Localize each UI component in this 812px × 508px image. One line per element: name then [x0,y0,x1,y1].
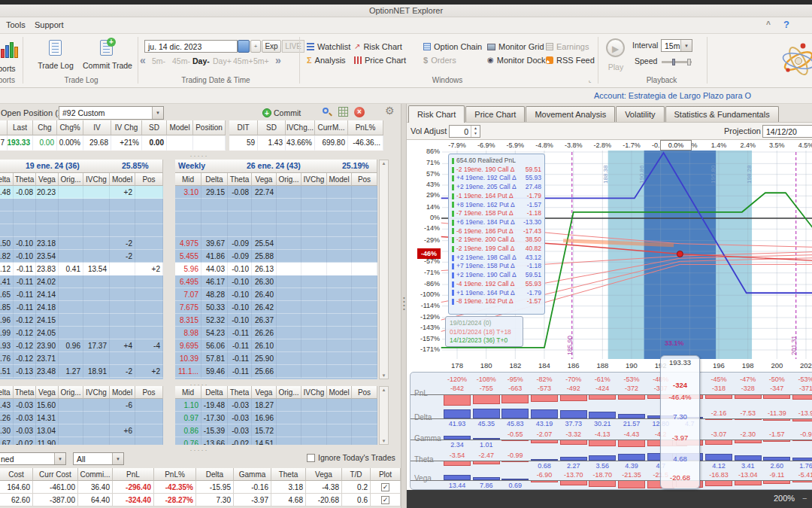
chain-cell[interactable] [301,412,327,424]
chain-cell[interactable] [352,224,377,237]
chain-cell[interactable] [352,263,377,275]
trades-cell[interactable]: 62.60 [0,494,33,506]
chain-cell[interactable]: 1.27 [59,365,83,378]
chain-cell[interactable] [59,437,83,445]
chain-cell[interactable] [352,437,377,445]
panel-splitter[interactable]: •••• [401,104,407,508]
chain-cell[interactable] [59,186,83,199]
chain-cell[interactable]: -0.09 [228,237,252,250]
chain-cell[interactable] [277,237,301,250]
tab-price-chart[interactable]: Price Chart [465,106,525,122]
chain-cell[interactable] [252,224,277,237]
windows-item-analysis[interactable]: ΣAnalysis [307,55,346,65]
chain-cell[interactable]: -0.09 [228,250,252,263]
chain-cell[interactable] [301,365,327,378]
chain-cell[interactable] [201,199,228,211]
chain-cell[interactable]: +2 [135,263,163,275]
chain-cell[interactable]: 5.26 [0,412,14,424]
chain-cell[interactable]: 26.42 [252,301,277,314]
chain-cell-mid[interactable]: 5.455 [175,250,201,263]
chain-cell[interactable] [301,250,327,263]
chain-cell[interactable] [301,424,327,437]
chain-cell[interactable]: 15.72 [252,424,277,437]
chain-cell[interactable] [301,275,327,288]
chain-cell[interactable]: 22.74 [252,186,277,199]
chain-cell[interactable]: 23.83 [36,263,59,275]
trades-cell[interactable]: -15.95 [196,481,234,494]
chain-cell[interactable] [59,275,83,288]
chain-cell[interactable] [0,224,14,237]
chain-cell[interactable]: -0.13 [14,365,36,378]
chain-cell[interactable] [327,288,352,301]
chain-cell[interactable] [301,224,327,237]
chain-cell[interactable] [352,237,377,250]
ignore-trades-checkbox[interactable]: Ignore Today's Trades [307,453,395,462]
chain-cell[interactable]: 20.23 [36,186,59,199]
tab-movement-analysis[interactable]: Movement Analysis [526,106,615,122]
chain-cell-mid[interactable] [175,211,201,224]
chain-cell[interactable]: 39.67 [201,237,228,250]
chain-cell[interactable]: 0.96 [59,339,83,352]
chain-cell[interactable] [36,224,59,237]
chain-cell[interactable]: 0.82 [0,250,14,263]
chain-cell[interactable]: -0.08 [14,186,36,199]
windows-item-monitor-grid[interactable]: Monitor Grid [487,41,544,52]
plot-checkbox[interactable]: ✓ [371,481,401,494]
chain-cell[interactable]: 23.54 [36,250,59,263]
chain-cell[interactable]: -2 [110,250,135,263]
chain-cell[interactable] [110,275,135,288]
chain-cell[interactable] [277,199,301,211]
chain-cell[interactable] [110,288,135,301]
chain-cell[interactable] [327,224,352,237]
chain-cell[interactable] [301,199,327,211]
chain-cell[interactable] [135,211,163,224]
chain-cell[interactable]: 26.30 [252,275,277,288]
strategy-select[interactable]: #92 Custom ▼ [59,106,164,120]
chain-cell[interactable] [110,199,135,211]
chain-cell[interactable] [352,199,377,211]
windows-dialog-launcher-icon[interactable]: ⌞ [589,77,592,84]
chain-cell[interactable]: 26.40 [252,288,277,301]
chain-cell[interactable] [110,412,135,424]
chain-cell[interactable] [228,211,252,224]
chain-puts-scrollbar[interactable]: ▲▼ [379,386,389,445]
chain-cell[interactable]: 25.90 [252,352,277,365]
chain-cell[interactable] [59,301,83,314]
chain-cell[interactable] [327,263,352,275]
chain-cell[interactable] [228,224,252,237]
chain-cell[interactable] [301,186,327,199]
tab-volatility[interactable]: Volatility [616,106,664,122]
chain-cell[interactable] [135,437,163,445]
chain-cell[interactable]: -0.10 [228,314,252,327]
chain-cell[interactable] [83,314,110,327]
chain-cell[interactable]: -2 [110,365,135,378]
chain-cell[interactable]: 44.03 [201,263,228,275]
chain-cell[interactable]: 46.17 [201,275,228,288]
chain-cell[interactable] [277,186,301,199]
trades-cell[interactable]: -4.38 [306,481,342,494]
chain-cell[interactable]: 0.41 [59,263,83,275]
chain-cell[interactable]: 26.10 [252,339,277,352]
chain-cell[interactable] [83,412,110,424]
chain-cell[interactable]: -0.03 [14,424,36,437]
chain-cell[interactable]: +4 [110,339,135,352]
trades-cell[interactable]: -324.40 [113,494,154,506]
chain-cell[interactable]: -0.11 [228,327,252,339]
chain-cell[interactable] [83,250,110,263]
chain-cell[interactable] [135,250,163,263]
chain-cell[interactable]: -0.03 [228,412,252,424]
chain-cell[interactable]: +6 [110,424,135,437]
chain-cell[interactable]: -0.11 [228,365,252,378]
chain-cell[interactable] [135,412,163,424]
chain-cell[interactable] [83,186,110,199]
chain-cell[interactable] [201,211,228,224]
chain-cell[interactable] [110,263,135,275]
chain-cell[interactable]: 24.02 [36,275,59,288]
chain-cell-mid[interactable]: 3.10 [175,186,201,199]
chain-cell[interactable]: 3.30 [0,424,14,437]
chain-cell[interactable] [83,199,110,211]
chain-cell[interactable] [59,314,83,327]
chain-cell[interactable] [59,288,83,301]
chain-cell[interactable] [277,288,301,301]
chain-cell[interactable] [277,211,301,224]
